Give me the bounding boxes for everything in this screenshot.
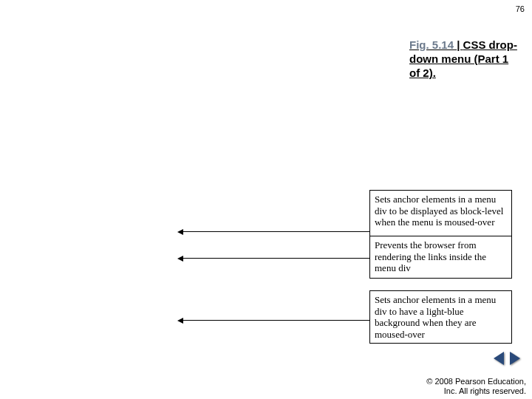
nav-controls <box>494 352 520 368</box>
annotation-3: Sets anchor elements in a menu div to ha… <box>369 290 512 344</box>
slide-page: 76 Fig. 5.14 | CSS drop-down menu (Part … <box>0 0 532 399</box>
copyright: © 2008 Pearson Education, Inc. All right… <box>426 377 526 396</box>
annotation-2: Prevents the browser from rendering the … <box>369 236 512 279</box>
copyright-line-2: Inc. All rights reserved. <box>426 386 526 396</box>
arrow-3-head-icon <box>177 318 183 324</box>
next-slide-icon[interactable] <box>510 352 520 365</box>
figure-caption: Fig. 5.14 | CSS drop-down menu (Part 1 o… <box>409 38 520 80</box>
arrow-1-line <box>183 231 369 232</box>
arrow-2-head-icon <box>177 256 183 262</box>
annotation-1: Sets anchor elements in a menu div to be… <box>369 190 512 242</box>
copyright-line-1: © 2008 Pearson Education, <box>426 377 526 386</box>
arrow-1-head-icon <box>177 229 183 235</box>
prev-slide-icon[interactable] <box>494 352 504 365</box>
arrow-3-line <box>183 320 369 321</box>
arrow-2-line <box>183 258 369 259</box>
figure-label: Fig. 5.14 <box>409 38 454 51</box>
figure-separator: | <box>457 38 463 51</box>
page-number: 76 <box>516 4 525 13</box>
